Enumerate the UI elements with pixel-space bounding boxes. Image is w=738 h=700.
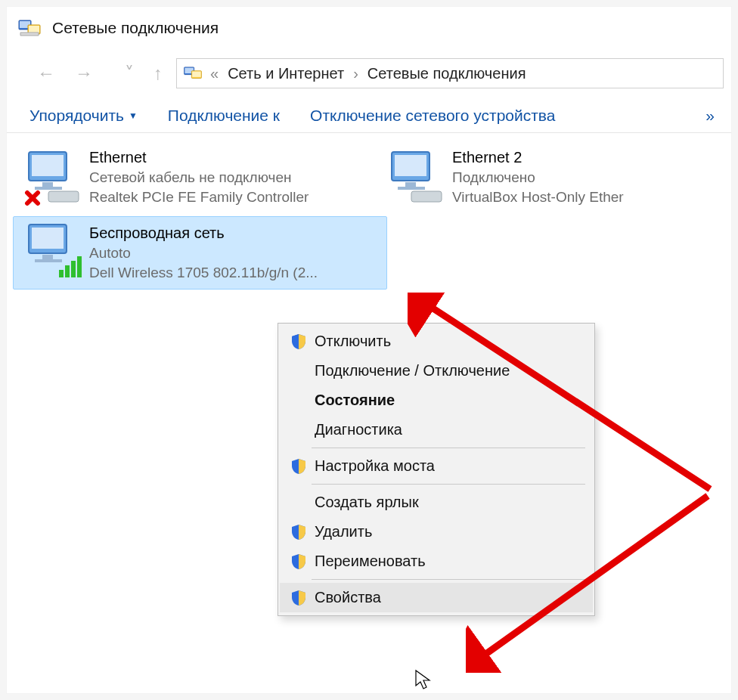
adapter-status: Сетевой кабель не подключен <box>89 168 309 187</box>
svg-rect-25 <box>77 256 82 277</box>
nav-up-button[interactable]: ↑ <box>147 60 169 87</box>
adapter-icon <box>21 147 82 206</box>
svg-rect-10 <box>42 182 53 187</box>
context-menu-rename[interactable]: Переименовать <box>280 547 593 576</box>
svg-rect-9 <box>32 155 64 176</box>
toolbar-disable-device[interactable]: Отключение сетевого устройства <box>310 107 555 125</box>
svg-rect-21 <box>35 259 62 262</box>
network-connections-icon <box>183 63 203 83</box>
context-menu-create-shortcut[interactable]: Создать ярлык <box>280 488 593 517</box>
context-menu-label: Переименовать <box>315 553 426 570</box>
svg-rect-17 <box>411 191 442 202</box>
svg-rect-7 <box>192 72 200 77</box>
svg-rect-3 <box>29 26 39 33</box>
context-menu-bridge[interactable]: Настройка моста <box>280 451 593 481</box>
svg-rect-14 <box>395 155 426 176</box>
svg-rect-19 <box>32 228 64 249</box>
adapter-icon <box>384 147 445 206</box>
chevron-down-icon: ▼ <box>129 110 138 121</box>
adapter-name: Ethernet 2 <box>452 147 624 168</box>
breadcrumb-network-connections[interactable]: Сетевые подключения <box>366 63 528 84</box>
svg-rect-20 <box>42 255 53 259</box>
uac-shield-icon <box>290 333 307 350</box>
adapter-device: Realtek PCIe FE Family Controller <box>89 187 309 207</box>
context-menu-label: Состояние <box>315 392 395 409</box>
window-title: Сетевые подключения <box>52 19 219 37</box>
context-menu-label: Свойства <box>315 589 381 606</box>
adapter-item-ethernet2[interactable]: Ethernet 2 Подключено VirtualBox Host-On… <box>376 141 663 213</box>
adapter-item-ethernet[interactable]: Ethernet Сетевой кабель не подключен Rea… <box>13 141 361 213</box>
adapters-list: Ethernet Сетевой кабель не подключен Rea… <box>7 133 731 297</box>
context-menu: Отключить Подключение / Отключение Состо… <box>278 323 595 616</box>
network-connections-window: Сетевые подключения ← → ˅ ↑ « Сеть и Инт… <box>6 6 732 694</box>
svg-rect-16 <box>398 187 425 190</box>
svg-rect-23 <box>65 265 70 277</box>
adapter-status: Autoto <box>89 243 318 263</box>
uac-shield-icon <box>290 458 307 475</box>
context-menu-label: Подключение / Отключение <box>315 362 510 379</box>
address-bar: ← → ˅ ↑ « Сеть и Интернет › Сетевые подк… <box>7 54 731 102</box>
context-menu-separator <box>312 484 585 485</box>
adapter-item-wireless[interactable]: Беспроводная сеть Autoto Dell Wireless 1… <box>13 216 387 289</box>
adapter-name: Ethernet <box>89 147 309 168</box>
toolbar-more[interactable]: » <box>705 107 715 125</box>
context-menu-separator <box>312 579 585 580</box>
adapter-name: Беспроводная сеть <box>89 223 318 243</box>
network-connections-icon <box>17 16 42 40</box>
context-menu-disable[interactable]: Отключить <box>280 327 593 356</box>
adapter-status: Подключено <box>452 168 624 187</box>
context-menu-label: Отключить <box>315 333 391 350</box>
context-menu-status[interactable]: Состояние <box>280 386 593 415</box>
mouse-cursor-icon <box>414 669 431 694</box>
adapter-device: Dell Wireless 1705 802.11b/g/n (2... <box>89 263 318 283</box>
context-menu-properties[interactable]: Свойства <box>280 583 593 612</box>
breadcrumb[interactable]: « Сеть и Интернет › Сетевые подключения <box>176 58 724 88</box>
context-menu-connect-disconnect[interactable]: Подключение / Отключение <box>280 356 593 386</box>
context-menu-delete[interactable]: Удалить <box>280 517 593 547</box>
svg-rect-11 <box>35 187 62 190</box>
uac-shield-icon <box>290 590 307 606</box>
context-menu-label: Удалить <box>315 523 372 540</box>
svg-rect-12 <box>48 191 79 202</box>
adapter-icon <box>21 223 82 282</box>
context-menu-separator <box>312 448 585 448</box>
context-menu-label: Создать ярлык <box>315 494 419 511</box>
toolbar-connect-to[interactable]: Подключение к <box>168 107 280 125</box>
svg-rect-22 <box>59 270 64 277</box>
svg-rect-15 <box>405 182 416 187</box>
nav-back-button[interactable]: ← <box>31 60 61 87</box>
breadcrumb-network-internet[interactable]: Сеть и Интернет <box>226 63 346 84</box>
adapter-device: VirtualBox Host-Only Ether <box>452 187 624 207</box>
uac-shield-icon <box>290 524 307 540</box>
toolbar: Упорядочить ▼ Подключение к Отключение с… <box>7 102 731 133</box>
uac-shield-icon <box>290 553 307 570</box>
context-menu-label: Настройка моста <box>315 457 435 475</box>
titlebar: Сетевые подключения <box>7 7 731 54</box>
breadcrumb-separator-icon: › <box>349 65 363 82</box>
svg-rect-24 <box>71 261 76 277</box>
breadcrumb-chevron-icon[interactable]: « <box>206 65 223 82</box>
context-menu-label: Диагностика <box>315 421 402 438</box>
toolbar-organize[interactable]: Упорядочить ▼ <box>29 107 138 125</box>
nav-forward-button[interactable]: → <box>69 60 99 87</box>
nav-recent-dropdown[interactable]: ˅ <box>119 60 140 87</box>
context-menu-diagnose[interactable]: Диагностика <box>280 415 593 444</box>
